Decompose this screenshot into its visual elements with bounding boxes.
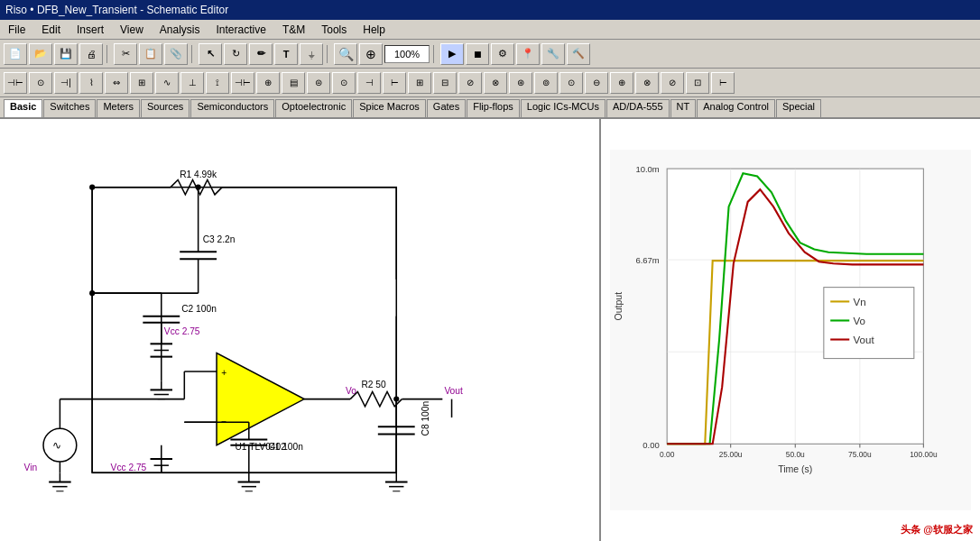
menu-tools[interactable]: Tools — [317, 23, 351, 37]
component-tabs: Basic Switches Meters Sources Semiconduc… — [0, 97, 980, 119]
sep4 — [433, 45, 437, 63]
zoom-out-button[interactable]: 🔍 — [334, 43, 357, 65]
cap-btn[interactable]: ⊣| — [54, 72, 78, 94]
comp15-btn[interactable]: ⊘ — [458, 72, 482, 94]
comp11-btn[interactable]: ⊣ — [357, 72, 381, 94]
comp22-btn[interactable]: ⊗ — [635, 72, 659, 94]
open-button[interactable]: 📂 — [29, 43, 52, 65]
cursor-button[interactable]: ↖ — [199, 43, 222, 65]
y-min-label: 0.00 — [643, 440, 659, 450]
comp13-btn[interactable]: ⊞ — [408, 72, 431, 94]
svg-point-69 — [393, 397, 399, 402]
stop-button[interactable]: ⏹ — [466, 43, 489, 65]
comp4-btn[interactable]: ⊥ — [180, 72, 204, 94]
comp7-btn[interactable]: ⊕ — [256, 72, 280, 94]
sep2 — [191, 45, 195, 63]
menu-file[interactable]: File — [4, 23, 30, 37]
sep3 — [327, 45, 330, 63]
resistor-btn[interactable]: ⊣⊢ — [4, 72, 27, 94]
rotate-button[interactable]: ↻ — [224, 43, 247, 65]
comp25-btn[interactable]: ⊢ — [711, 72, 735, 94]
tab-special[interactable]: Special — [776, 99, 821, 117]
sep1 — [106, 45, 110, 63]
tab-semiconductors[interactable]: Semiconductors — [190, 99, 274, 117]
c2-label: C2 100n — [181, 304, 217, 314]
svg-point-68 — [89, 290, 95, 296]
copy-button[interactable]: 📋 — [139, 43, 162, 65]
menu-view[interactable]: View — [116, 23, 148, 37]
probe-button[interactable]: 📍 — [516, 43, 540, 65]
tab-switches[interactable]: Switches — [43, 99, 96, 117]
tab-nt[interactable]: NT — [670, 99, 697, 117]
zoom-in-button[interactable]: ⊕ — [359, 43, 383, 65]
x-label-0: 0.00 — [660, 450, 675, 459]
comp12-btn[interactable]: ⊢ — [383, 72, 406, 94]
tool1-button[interactable]: 🔧 — [541, 43, 565, 65]
save-button[interactable]: 💾 — [54, 43, 78, 65]
run-button[interactable]: ▶ — [440, 43, 464, 65]
tab-spice[interactable]: Spice Macros — [353, 99, 426, 117]
ind-btn[interactable]: ⌇ — [79, 72, 103, 94]
comp16-btn[interactable]: ⊗ — [484, 72, 507, 94]
watermark: 头条 @软服之家 — [897, 522, 976, 537]
comp14-btn[interactable]: ⊟ — [433, 72, 457, 94]
r1-label: R1 4.99k — [180, 170, 217, 179]
vcc2-label: Vcc 2.75 — [111, 463, 147, 472]
x-label-2: 50.0u — [786, 450, 805, 459]
tab-analog[interactable]: Analog Control — [697, 99, 775, 117]
tab-basic[interactable]: Basic — [4, 99, 42, 117]
tab-adda[interactable]: AD/DA-555 — [606, 99, 670, 117]
menu-analysis[interactable]: Analysis — [155, 23, 205, 37]
menu-interactive[interactable]: Interactive — [212, 23, 271, 37]
new-button[interactable]: 📄 — [4, 43, 27, 65]
toolbar1: 📄 📂 💾 🖨 ✂ 📋 📎 ↖ ↻ ✏ T ⏚ 🔍 ⊕ 100% ▶ ⏹ ⚙ 📍… — [0, 40, 980, 69]
relay-btn[interactable]: ⊞ — [130, 72, 153, 94]
vout-label: Vout — [444, 387, 463, 397]
title-bar: Riso • DFB_New_Transient - Schematic Edi… — [0, 0, 980, 20]
svg-text:∿: ∿ — [52, 439, 61, 452]
comp6-btn[interactable]: ⊣⊢ — [231, 72, 254, 94]
wire-button[interactable]: ✏ — [249, 43, 273, 65]
paste-button[interactable]: 📎 — [164, 43, 188, 65]
tab-optoelectronic[interactable]: Optoelectronic — [275, 99, 352, 117]
comp18-btn[interactable]: ⊚ — [534, 72, 558, 94]
text-button[interactable]: T — [274, 43, 298, 65]
settings-button[interactable]: ⚙ — [491, 43, 514, 65]
vcc1-label: Vcc 2.75 — [164, 326, 200, 336]
r2-label: R2 50 — [361, 380, 386, 390]
tab-logic[interactable]: Logic ICs-MCUs — [521, 99, 606, 117]
comp10-btn[interactable]: ⊙ — [332, 72, 356, 94]
comp17-btn[interactable]: ⊛ — [509, 72, 532, 94]
comp5-btn[interactable]: ⟟ — [206, 72, 229, 94]
c3-label: C3 2.2n — [203, 234, 236, 244]
c1-label: C1 100n — [268, 442, 303, 452]
cut-button[interactable]: ✂ — [114, 43, 137, 65]
comp8-btn[interactable]: ▤ — [282, 72, 305, 94]
menu-help[interactable]: Help — [358, 23, 390, 37]
menu-tm[interactable]: T&M — [278, 23, 310, 37]
menu-insert[interactable]: Insert — [72, 23, 108, 37]
pot-btn[interactable]: ⊙ — [29, 72, 52, 94]
x-label-3: 75.00u — [848, 450, 872, 459]
zoom-level[interactable]: 100% — [384, 45, 430, 63]
comp20-btn[interactable]: ⊖ — [585, 72, 608, 94]
tool2-button[interactable]: 🔨 — [567, 43, 590, 65]
graph-area: 10.0m 6.67m 0.00 0.00 25.00u 50.0u 75.00… — [601, 119, 980, 541]
tab-gates[interactable]: Gates — [427, 99, 466, 117]
vout-legend-label: Vout — [853, 335, 874, 345]
comp24-btn[interactable]: ⊡ — [686, 72, 709, 94]
xfmr-btn[interactable]: ⇔ — [105, 72, 128, 94]
tab-meters[interactable]: Meters — [97, 99, 140, 117]
ground-button[interactable]: ⏚ — [300, 43, 323, 65]
comp19-btn[interactable]: ⊙ — [559, 72, 583, 94]
schematic-area[interactable]: R1 4.99k C3 2.2n Vcc 2.75 — [0, 119, 601, 541]
print-button[interactable]: 🖨 — [79, 43, 103, 65]
menu-edit[interactable]: Edit — [37, 23, 65, 37]
tab-flipflops[interactable]: Flip-flops — [467, 99, 520, 117]
comp21-btn[interactable]: ⊕ — [610, 72, 633, 94]
tab-sources[interactable]: Sources — [141, 99, 190, 117]
comp3-btn[interactable]: ∿ — [155, 72, 179, 94]
comp9-btn[interactable]: ⊜ — [307, 72, 330, 94]
y-axis-title: Output — [613, 292, 624, 321]
comp23-btn[interactable]: ⊘ — [661, 72, 684, 94]
